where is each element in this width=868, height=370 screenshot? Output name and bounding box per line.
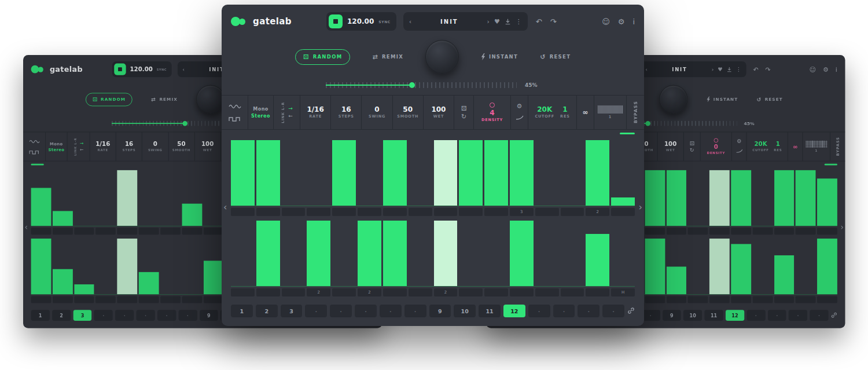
substep-cell[interactable] (434, 208, 458, 216)
step-button-4[interactable]: · (94, 310, 113, 321)
param-cell-rate[interactable]: 1/16RATE (90, 132, 116, 160)
density-cell[interactable]: 0DENSITY (701, 132, 732, 160)
step-column[interactable] (561, 221, 584, 286)
step-column[interactable] (160, 239, 181, 294)
step-column[interactable] (53, 170, 73, 226)
substep-cell[interactable] (774, 296, 795, 303)
param-cell-wet[interactable]: 100WET (424, 96, 454, 129)
step-column[interactable] (95, 239, 116, 294)
shape-tools-cell[interactable]: ⚙ (511, 96, 528, 129)
step-button-6[interactable]: · (355, 305, 377, 317)
main-knob[interactable] (425, 40, 459, 74)
step-column[interactable] (688, 239, 708, 294)
substep-cell[interactable] (282, 288, 306, 296)
substep-cell[interactable] (709, 296, 730, 303)
substep-cell[interactable] (160, 296, 181, 303)
step-column[interactable] (645, 239, 665, 294)
substep-cell[interactable] (182, 296, 202, 303)
param-cell-rate[interactable]: 1/16RATE (300, 96, 331, 129)
substep-cell[interactable] (383, 288, 407, 296)
density-cell[interactable]: 4DENSITY (474, 96, 511, 129)
step-button-13[interactable]: · (528, 305, 550, 317)
substep-cell[interactable] (484, 288, 508, 296)
step-column[interactable] (688, 170, 708, 226)
save-download-icon[interactable] (727, 65, 732, 74)
step-button-16[interactable]: · (810, 310, 828, 321)
substep-cell[interactable] (817, 228, 837, 235)
substep-cell[interactable] (204, 228, 224, 235)
substep-cell[interactable] (535, 208, 559, 216)
step-button-15[interactable]: · (578, 305, 599, 317)
loop-icon[interactable]: ↻ (690, 147, 694, 152)
step-button-2[interactable]: 2 (52, 310, 71, 321)
step-button-14[interactable]: · (553, 305, 575, 317)
step-button-1[interactable]: 1 (231, 305, 253, 317)
slider-thumb[interactable] (409, 82, 415, 88)
substep-cell[interactable] (332, 208, 356, 216)
step-column[interactable] (204, 239, 224, 294)
step-column[interactable] (332, 221, 356, 286)
stop-button[interactable] (329, 14, 343, 28)
step-column[interactable] (796, 239, 816, 294)
substep-cell[interactable] (358, 208, 381, 216)
step-column[interactable] (611, 221, 635, 286)
slider-thumb[interactable] (182, 121, 187, 126)
substep-cell[interactable] (31, 228, 52, 235)
curve-icon[interactable] (516, 111, 524, 122)
stereo-option[interactable]: Stereo (48, 147, 64, 152)
step-button-10[interactable]: 10 (683, 310, 702, 321)
step-column[interactable] (709, 239, 730, 294)
step-column[interactable] (256, 221, 280, 286)
step-column[interactable] (117, 239, 138, 294)
face-icon[interactable]: ☺ (602, 18, 610, 25)
filter-cell[interactable]: 20KCUTOFF1RES (747, 132, 788, 160)
info-icon[interactable]: i (632, 18, 635, 25)
step-column[interactable] (74, 239, 94, 294)
substep-cell[interactable] (667, 228, 687, 235)
substep-cell[interactable] (95, 228, 116, 235)
substep-cell[interactable] (459, 208, 483, 216)
info-icon[interactable]: i (836, 66, 837, 72)
step-column[interactable] (484, 221, 508, 286)
waveform-cell[interactable] (222, 96, 248, 129)
substep-cell[interactable] (95, 296, 116, 303)
stereo-option[interactable]: Stereo (251, 113, 270, 119)
infinity-cell[interactable]: ∞ (788, 132, 803, 160)
undo-icon[interactable]: ↶ (753, 66, 758, 72)
step-column[interactable] (667, 239, 687, 294)
step-column[interactable] (561, 140, 584, 206)
preset-prev-icon[interactable]: ‹ (182, 67, 185, 72)
bpm-value[interactable]: 120.00 (347, 17, 374, 25)
step-column[interactable] (645, 170, 665, 226)
step-column[interactable] (535, 221, 559, 286)
substep-cell[interactable] (231, 288, 255, 296)
curve-icon[interactable] (735, 145, 742, 155)
remix-button[interactable]: ⇄REMIX (151, 96, 178, 102)
sync-label[interactable]: SYNC (378, 20, 391, 24)
step-column[interactable] (332, 140, 356, 206)
mini-gear-icon[interactable]: ⚙ (517, 103, 523, 109)
step-button-7[interactable]: · (380, 305, 402, 317)
substep-cell[interactable] (74, 228, 94, 235)
preset-menu-kebab-icon[interactable]: ⋮ (516, 19, 522, 25)
step-column[interactable] (752, 170, 773, 226)
random-button[interactable]: ⚄RANDOM (295, 49, 351, 65)
step-button-3[interactable]: 3 (73, 310, 91, 321)
step-button-5[interactable]: · (115, 310, 134, 321)
step-column[interactable] (182, 170, 202, 226)
step-column[interactable] (74, 170, 94, 226)
step-button-8[interactable]: · (404, 305, 426, 317)
reset-button[interactable]: ↺RESET (540, 53, 571, 61)
step-column[interactable] (586, 140, 609, 206)
bpm-value[interactable]: 120.00 (130, 66, 152, 73)
bypass-cell[interactable]: BYPASS (830, 132, 845, 160)
substep-cell[interactable] (383, 208, 407, 216)
substep-cell[interactable] (611, 208, 635, 216)
step-column[interactable] (434, 221, 458, 286)
step-column[interactable] (160, 170, 181, 226)
mono-option[interactable]: Mono (253, 107, 269, 112)
step-column[interactable] (667, 170, 687, 226)
substep-cell[interactable] (752, 296, 773, 303)
substep-cell[interactable] (645, 296, 665, 303)
step-column[interactable] (796, 170, 816, 226)
